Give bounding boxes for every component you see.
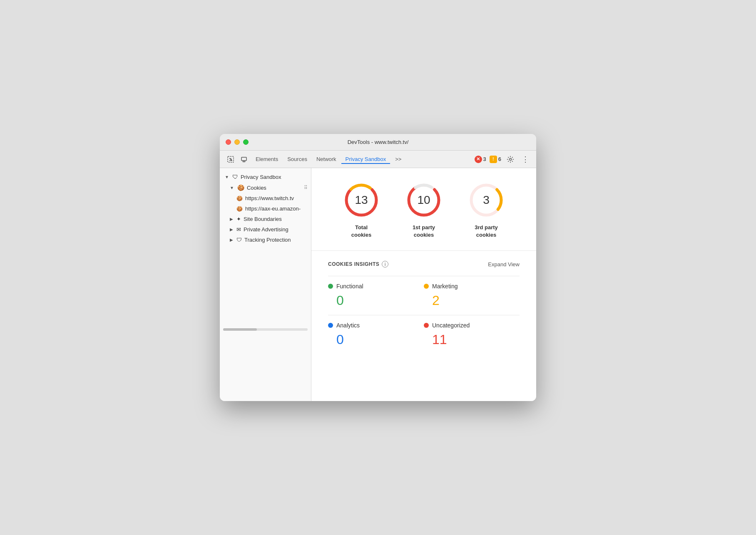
sidebar-label-cookies: Cookies	[247, 185, 266, 191]
error-count: 3	[483, 156, 486, 162]
toolbar-right: ✕ 3 ! 6 ⋮	[475, 154, 531, 165]
sidebar-item-site-boundaries[interactable]: ▶ ✦ Site Boundaries	[220, 214, 311, 224]
insights-header: COOKIES INSIGHTS i Expand View	[328, 261, 520, 268]
insight-header-marketing: Marketing	[424, 283, 520, 290]
error-badge[interactable]: ✕ 3	[475, 156, 486, 163]
insights-section: COOKIES INSIGHTS i Expand View Functiona…	[311, 251, 536, 364]
insights-grid: Functional 0 Marketing 2	[328, 276, 520, 354]
sidebar-scrollbar-thumb[interactable]	[223, 328, 257, 331]
stats-section: 13 Total cookies 10	[311, 168, 536, 251]
insight-name-functional: Functional	[336, 283, 363, 290]
tab-list: Elements Sources Network Privacy Sandbox…	[251, 154, 473, 164]
info-icon[interactable]: i	[382, 261, 388, 268]
sidebar-item-private-advertising[interactable]: ▶ ✉ Private Advertising	[220, 224, 311, 235]
third-party-number: 3	[483, 193, 490, 207]
more-icon[interactable]: ⋮	[520, 154, 531, 165]
site-boundaries-icon: ✦	[236, 216, 241, 222]
insights-title-text: COOKIES INSIGHTS	[328, 261, 379, 267]
third-party-label: 3rd party cookies	[475, 224, 498, 239]
insight-value-functional: 0	[328, 293, 424, 308]
insight-analytics: Analytics 0	[328, 315, 424, 354]
insights-title: COOKIES INSIGHTS i	[328, 261, 388, 268]
sidebar-label-tracking-protection: Tracking Protection	[244, 237, 291, 243]
donut-first-party: 10	[405, 181, 443, 219]
first-party-number: 10	[417, 193, 430, 207]
main-layout: ▼ 🛡 Privacy Sandbox ▼ 🍪 Cookies ⠿ 🍪 http…	[220, 168, 536, 401]
tracking-protection-icon: 🛡	[236, 237, 242, 243]
cookies-icon: 🍪	[237, 184, 244, 191]
sidebar-label-privacy-sandbox: Privacy Sandbox	[241, 174, 281, 180]
error-icon: ✕	[475, 156, 482, 163]
sidebar-item-cookies[interactable]: ▼ 🍪 Cookies ⠿	[220, 182, 311, 193]
tab-more[interactable]: >>	[391, 154, 405, 164]
donut-total: 13	[343, 181, 380, 219]
insight-header-uncategorized: Uncategorized	[424, 322, 520, 329]
cookie-item-icon-twitch: 🍪	[236, 196, 243, 201]
insight-functional: Functional 0	[328, 276, 424, 315]
devtools-window: DevTools - www.twitch.tv/ Elements Sourc…	[220, 134, 536, 401]
warn-badge[interactable]: ! 6	[490, 156, 501, 163]
sidebar-item-tracking-protection[interactable]: ▶ 🛡 Tracking Protection	[220, 235, 311, 245]
close-button[interactable]	[226, 139, 231, 145]
device-tool-icon[interactable]	[238, 154, 250, 165]
arrow-right-icon-tracking-protection: ▶	[230, 238, 233, 242]
arrow-right-icon-private-advertising: ▶	[230, 227, 233, 232]
tab-network[interactable]: Network	[312, 154, 341, 164]
insight-marketing: Marketing 2	[424, 276, 520, 315]
insight-value-marketing: 2	[424, 293, 520, 308]
tab-elements[interactable]: Elements	[251, 154, 282, 164]
sidebar-label-amazon: https://aax-eu.amazon-	[245, 206, 301, 212]
sidebar-item-amazon[interactable]: 🍪 https://aax-eu.amazon-	[220, 203, 311, 214]
stat-first-party: 10 1st party cookies	[405, 181, 443, 239]
arrow-down-icon: ▼	[225, 175, 229, 179]
maximize-button[interactable]	[243, 139, 249, 145]
window-title: DevTools - www.twitch.tv/	[348, 139, 409, 145]
donut-third-party: 3	[468, 181, 505, 219]
insight-header-functional: Functional	[328, 283, 424, 290]
arrow-right-icon-site-boundaries: ▶	[230, 217, 233, 221]
insight-value-uncategorized: 11	[424, 332, 520, 347]
insight-name-marketing: Marketing	[432, 283, 458, 290]
svg-rect-1	[241, 157, 246, 161]
cookie-item-icon-amazon: 🍪	[236, 206, 243, 212]
title-bar: DevTools - www.twitch.tv/	[220, 134, 536, 151]
tab-sources[interactable]: Sources	[283, 154, 311, 164]
first-party-label: 1st party cookies	[413, 224, 435, 239]
selector-tool-icon[interactable]	[225, 154, 236, 165]
insight-uncategorized: Uncategorized 11	[424, 315, 520, 354]
sidebar-item-twitch[interactable]: 🍪 https://www.twitch.tv	[220, 193, 311, 203]
sidebar-item-privacy-sandbox[interactable]: ▼ 🛡 Privacy Sandbox	[220, 171, 311, 182]
sidebar-label-private-advertising: Private Advertising	[244, 226, 288, 233]
insight-name-analytics: Analytics	[336, 322, 360, 329]
privacy-sandbox-icon: 🛡	[232, 173, 238, 180]
traffic-lights	[226, 139, 249, 145]
insight-name-uncategorized: Uncategorized	[432, 322, 470, 329]
cookies-action-icon[interactable]: ⠿	[304, 185, 308, 191]
arrow-down-icon-cookies: ▼	[230, 186, 234, 190]
warn-icon: !	[490, 156, 497, 163]
minimize-button[interactable]	[234, 139, 240, 145]
dot-functional	[328, 284, 333, 289]
total-cookies-label: Total cookies	[351, 224, 371, 239]
sidebar-label-site-boundaries: Site Boundaries	[244, 216, 282, 222]
settings-icon[interactable]	[505, 154, 516, 165]
stat-third-party: 3 3rd party cookies	[468, 181, 505, 239]
sidebar-scrollbar-track[interactable]	[223, 328, 308, 331]
svg-point-4	[510, 158, 512, 160]
warn-count: 6	[498, 156, 501, 162]
sidebar-label-twitch: https://www.twitch.tv	[245, 195, 294, 201]
dot-analytics	[328, 323, 333, 328]
expand-view-button[interactable]: Expand View	[488, 261, 520, 268]
dot-uncategorized	[424, 323, 429, 328]
content-area: 13 Total cookies 10	[311, 168, 536, 401]
tab-privacy-sandbox[interactable]: Privacy Sandbox	[341, 154, 390, 164]
stat-total-cookies: 13 Total cookies	[343, 181, 380, 239]
sidebar: ▼ 🛡 Privacy Sandbox ▼ 🍪 Cookies ⠿ 🍪 http…	[220, 168, 311, 401]
insight-value-analytics: 0	[328, 332, 424, 347]
private-advertising-icon: ✉	[236, 226, 241, 233]
insight-header-analytics: Analytics	[328, 322, 424, 329]
total-cookies-number: 13	[355, 193, 368, 207]
toolbar: Elements Sources Network Privacy Sandbox…	[220, 151, 536, 168]
dot-marketing	[424, 284, 429, 289]
